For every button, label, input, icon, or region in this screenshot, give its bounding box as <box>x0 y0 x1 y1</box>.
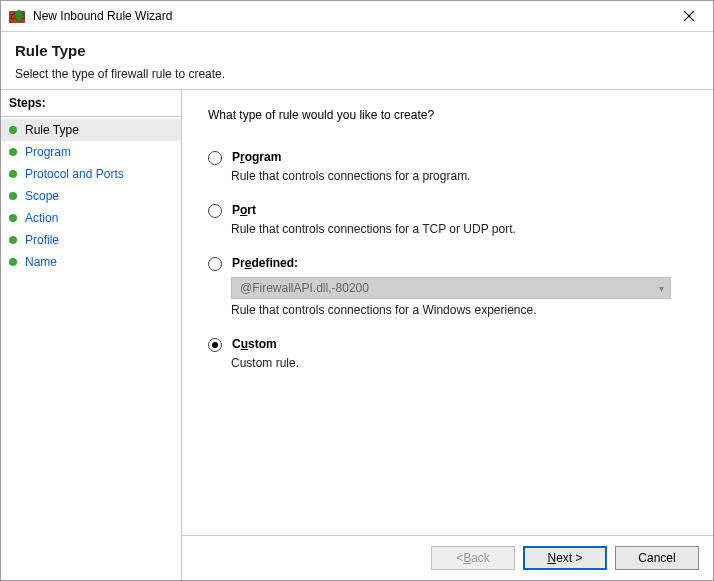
option-predefined-label: Predefined: <box>232 256 298 270</box>
step-profile[interactable]: Profile <box>1 229 181 251</box>
step-name[interactable]: Name <box>1 251 181 273</box>
radio-icon <box>208 257 222 271</box>
step-bullet-icon <box>9 170 17 178</box>
header: Rule Type Select the type of firewall ru… <box>1 32 713 89</box>
step-label: Scope <box>25 189 59 203</box>
option-predefined-block: Predefined: @FirewallAPI.dll,-80200 ▾ Ru… <box>208 256 687 317</box>
back-button: < Back <box>431 546 515 570</box>
option-program-desc: Rule that controls connections for a pro… <box>231 169 687 183</box>
steps-pane: Steps: Rule Type Program Protocol and Po… <box>1 90 181 580</box>
step-label: Name <box>25 255 57 269</box>
body: Steps: Rule Type Program Protocol and Po… <box>1 89 713 580</box>
predefined-select: @FirewallAPI.dll,-80200 ▾ <box>231 277 671 299</box>
rule-type-question: What type of rule would you like to crea… <box>208 108 687 122</box>
step-bullet-icon <box>9 214 17 222</box>
option-predefined-desc: Rule that controls connections for a Win… <box>231 303 687 317</box>
close-button[interactable] <box>669 2 709 30</box>
step-label: Action <box>25 211 58 225</box>
option-custom[interactable]: Custom <box>208 337 687 352</box>
option-predefined[interactable]: Predefined: <box>208 256 687 271</box>
chevron-down-icon: ▾ <box>659 283 664 294</box>
titlebar: New Inbound Rule Wizard <box>1 1 713 32</box>
radio-icon <box>208 151 222 165</box>
step-label: Profile <box>25 233 59 247</box>
step-bullet-icon <box>9 192 17 200</box>
step-program[interactable]: Program <box>1 141 181 163</box>
content-pane: What type of rule would you like to crea… <box>181 90 713 580</box>
window-title: New Inbound Rule Wizard <box>33 9 669 23</box>
cancel-button[interactable]: Cancel <box>615 546 699 570</box>
option-program-label: Program <box>232 150 281 164</box>
option-port-label: Port <box>232 203 256 217</box>
step-scope[interactable]: Scope <box>1 185 181 207</box>
option-port[interactable]: Port <box>208 203 687 218</box>
step-bullet-icon <box>9 258 17 266</box>
wizard-window: New Inbound Rule Wizard Rule Type Select… <box>0 0 714 581</box>
step-label: Protocol and Ports <box>25 167 124 181</box>
step-label: Rule Type <box>25 123 79 137</box>
steps-list: Rule Type Program Protocol and Ports Sco… <box>1 117 181 580</box>
step-action[interactable]: Action <box>1 207 181 229</box>
option-custom-block: Custom Custom rule. <box>208 337 687 370</box>
step-protocol-and-ports[interactable]: Protocol and Ports <box>1 163 181 185</box>
svg-rect-5 <box>11 15 12 18</box>
close-icon <box>684 11 694 21</box>
step-bullet-icon <box>9 236 17 244</box>
page-title: Rule Type <box>15 42 699 59</box>
steps-heading: Steps: <box>1 90 181 117</box>
step-bullet-icon <box>9 126 17 134</box>
option-custom-label: Custom <box>232 337 277 351</box>
radio-icon <box>208 204 222 218</box>
page-subtitle: Select the type of firewall rule to crea… <box>15 67 699 81</box>
next-button[interactable]: Next > <box>523 546 607 570</box>
footer: < Back Next > Cancel <box>182 535 713 580</box>
option-program[interactable]: Program <box>208 150 687 165</box>
option-port-block: Port Rule that controls connections for … <box>208 203 687 236</box>
content-inner: What type of rule would you like to crea… <box>182 90 713 535</box>
predefined-select-value: @FirewallAPI.dll,-80200 <box>240 281 369 295</box>
step-bullet-icon <box>9 148 17 156</box>
option-port-desc: Rule that controls connections for a TCP… <box>231 222 687 236</box>
radio-icon <box>208 338 222 352</box>
option-program-block: Program Rule that controls connections f… <box>208 150 687 183</box>
firewall-icon <box>9 8 25 24</box>
step-label: Program <box>25 145 71 159</box>
option-custom-desc: Custom rule. <box>231 356 687 370</box>
step-rule-type[interactable]: Rule Type <box>1 119 181 141</box>
